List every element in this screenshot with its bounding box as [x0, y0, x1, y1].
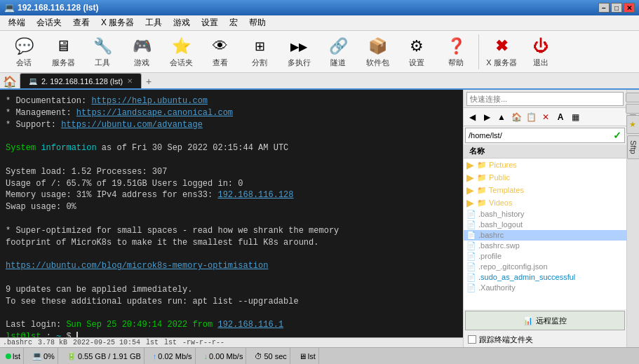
close-button[interactable]: ✕ [624, 3, 635, 13]
toolbar-sessions-folder[interactable]: ⭐ 会话夹 [163, 34, 199, 69]
status-bar: lst 💻 0% 🔋 0.55 GB / 1.91 GB ↑ 0.02 Mb/s… [0, 347, 639, 364]
tab-close-button[interactable]: ✕ [127, 77, 133, 85]
toolbar-server[interactable]: 🖥 服务器 [45, 34, 81, 69]
status-download: ↓ 0.00 Mb/s [201, 348, 247, 364]
list-item[interactable]: 📄 .bash_history [464, 209, 626, 220]
status-session-text: lst [308, 352, 316, 360]
tunnel-icon: 🔗 [327, 35, 349, 58]
menu-view[interactable]: 查看 [67, 15, 95, 30]
list-item[interactable]: 📄 .Xauthority [464, 283, 626, 293]
toolbar-tools[interactable]: 🔧 工具 [84, 34, 121, 69]
file-name: 📁 Public [477, 173, 510, 182]
split-icon: ⊞ [248, 35, 271, 58]
folder-icon: ▶ [466, 184, 474, 196]
tab-session[interactable]: 💻 2. 192.168.116.128 (lst) ✕ [20, 73, 142, 88]
terminal[interactable]: * Documentation: https://help.ubuntu.com… [0, 90, 463, 347]
toolbar-separator [478, 34, 479, 69]
track-files-checkbox[interactable] [468, 335, 476, 344]
term-link-doc[interactable]: https://help.ubuntu.com [91, 96, 208, 106]
toolbar-view[interactable]: 👁 查看 [202, 34, 238, 69]
right-tab-tools[interactable]: 工具 [626, 104, 639, 114]
list-item[interactable]: ▶ 📁 Videos [464, 196, 626, 209]
sidebar-home-button[interactable]: 🏠 [509, 110, 523, 124]
menu-xserver[interactable]: X 服务器 [95, 15, 140, 30]
settings-icon: ⚙ [405, 35, 428, 58]
clock-icon: ⏱ [255, 352, 262, 360]
list-item[interactable]: 📄 .sudo_as_admin_successful [464, 272, 626, 283]
list-item[interactable]: ▶ 📁 Pictures [464, 159, 626, 171]
toolbar-games[interactable]: 🎮 游戏 [123, 34, 160, 69]
term-link-mgmt[interactable]: https://landscape.canonical.com [76, 108, 233, 118]
help-icon: ❓ [445, 35, 467, 58]
info-user: lst [146, 339, 159, 346]
menu-terminal[interactable]: 终端 [3, 15, 31, 30]
list-item[interactable]: 📄 .repo_.gitconfig.json [464, 262, 626, 272]
folder-icon: ▶ [466, 172, 474, 183]
download-icon: ↓ [204, 352, 208, 360]
toolbar-packages[interactable]: 📦 软件包 [359, 34, 396, 69]
session-icon: 🖥 [299, 352, 307, 360]
path-confirm-button[interactable]: ✓ [613, 130, 621, 141]
list-item[interactable]: 📄 .bash_logout [464, 220, 626, 230]
toolbar-view-label: 查看 [213, 58, 228, 68]
file-list[interactable]: ▶ 📁 Pictures ▶ 📁 Public ▶ 📁 Templates ▶ … [464, 159, 626, 309]
toolbar-tunnel[interactable]: 🔗 隧道 [320, 34, 356, 69]
sidebar-back-button[interactable]: ◀ [465, 110, 479, 124]
minimize-button[interactable]: − [598, 3, 610, 13]
status-download-text: 0.00 Mb/s [209, 352, 243, 360]
list-item[interactable]: 📄 .bashrc [464, 230, 626, 241]
toolbar-multi-exec[interactable]: ▶▶ 多执行 [281, 34, 317, 69]
list-item[interactable]: ▶ 📁 Public [464, 171, 626, 184]
status-terminal-text: lst [13, 352, 20, 360]
file-name: 📄 .Xauthority [466, 283, 516, 292]
sidebar-toolbar: ◀ ▶ ▲ 🏠 📋 ✕ A ▦ [464, 108, 626, 126]
toolbar-split-label: 分割 [252, 58, 267, 68]
list-item[interactable]: 📄 .profile [464, 251, 626, 262]
remote-monitor-label: 远程监控 [536, 316, 567, 326]
menu-help[interactable]: 帮助 [243, 15, 271, 30]
info-permissions: -rw-r--r-- [182, 339, 224, 346]
right-tabs-panel: 会话夹 工具 ★ Sftp [626, 90, 639, 347]
menu-tools[interactable]: 工具 [140, 15, 168, 30]
toolbar-settings[interactable]: ⚙ 设置 [398, 34, 435, 69]
toolbar-session[interactable]: 💬 会话 [6, 34, 42, 69]
toolbar-xserver-label: X 服务器 [486, 58, 516, 68]
sidebar-forward-button[interactable]: ▶ [480, 110, 494, 124]
tab-add-button[interactable]: + [142, 74, 156, 88]
status-cpu-text: 0% [43, 352, 55, 360]
list-item[interactable]: ▶ 📁 Templates [464, 184, 626, 196]
menu-macro[interactable]: 宏 [224, 15, 243, 30]
status-time: ⏱ 50 sec [252, 348, 290, 364]
sidebar-view-toggle[interactable]: ▦ [568, 110, 582, 124]
remote-monitor-button[interactable]: 📊 远程监控 [465, 311, 625, 330]
toolbar-split[interactable]: ⊞ 分割 [241, 34, 278, 69]
menu-bar: 终端 会话夹 查看 X 服务器 工具 游戏 设置 宏 帮助 [0, 15, 639, 31]
list-item[interactable]: 📄 .bashrc.swp [464, 241, 626, 251]
status-cpu: 💻 0% [29, 348, 58, 364]
quick-connect-input[interactable] [466, 92, 624, 106]
toolbar-xserver[interactable]: ✖ X 服务器 [483, 34, 520, 69]
path-bar: /home/lst/ ✓ [465, 128, 625, 143]
menu-sessions[interactable]: 会话夹 [31, 15, 67, 30]
term-microk8s-link: https://ubuntu.com/blog/microk8s-memory-… [6, 260, 457, 272]
toolbar-exit[interactable]: ⏻ 退出 [523, 34, 559, 69]
sidebar-copy-button[interactable]: 📋 [524, 110, 538, 124]
right-tab-sessions[interactable]: 会话夹 [626, 93, 639, 102]
menu-settings[interactable]: 设置 [196, 15, 224, 30]
right-tab-favorites[interactable]: ★ [626, 115, 639, 134]
sidebar-delete-button[interactable]: ✕ [539, 110, 553, 124]
sidebar-rename-button[interactable]: A [553, 110, 567, 124]
right-tab-sftp[interactable]: Sftp [627, 135, 640, 159]
toolbar: 💬 会话 🖥 服务器 🔧 工具 🎮 游戏 ⭐ 会话夹 👁 查看 ⊞ 分割 ▶▶ … [0, 31, 639, 73]
folder-icon: ▶ [466, 159, 474, 170]
sidebar-up-button[interactable]: ▲ [495, 110, 509, 124]
xserver-icon: ✖ [490, 35, 513, 58]
file-name: 📁 Pictures [477, 161, 517, 170]
maximize-button[interactable]: □ [611, 3, 622, 13]
term-link-support[interactable]: https://ubuntu.com/advantage [61, 120, 203, 130]
file-name: 📁 Videos [477, 198, 513, 208]
toolbar-settings-label: 设置 [409, 58, 424, 68]
term-link-microk8s[interactable]: https://ubuntu.com/blog/microk8s-memory-… [6, 261, 268, 271]
toolbar-help[interactable]: ❓ 帮助 [438, 34, 474, 69]
menu-games[interactable]: 游戏 [168, 15, 196, 30]
